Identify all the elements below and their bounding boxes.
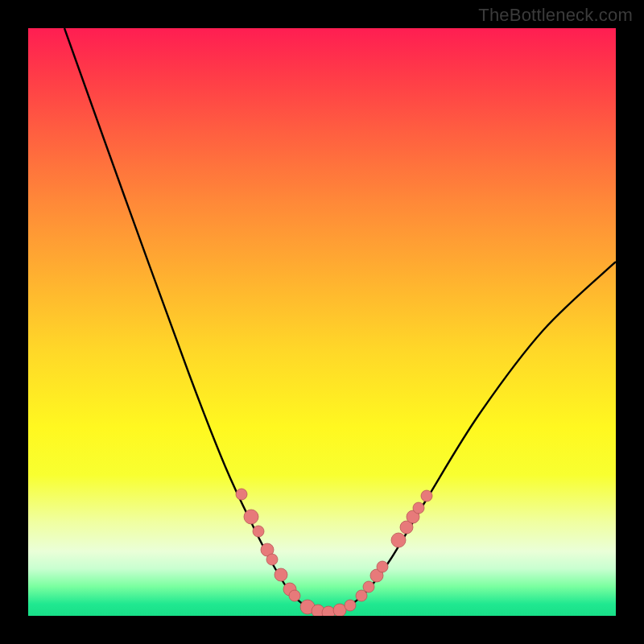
curve-dots bbox=[236, 489, 432, 616]
curve-dot bbox=[322, 606, 335, 616]
curve-dot bbox=[244, 510, 258, 524]
watermark-text: TheBottleneck.com bbox=[478, 5, 633, 26]
bottleneck-curve bbox=[28, 28, 616, 616]
curve-dot bbox=[253, 526, 264, 537]
outer-frame: TheBottleneck.com bbox=[0, 0, 644, 644]
curve-dot bbox=[266, 554, 278, 565]
curve-dot bbox=[421, 490, 432, 502]
curve-dot bbox=[363, 581, 374, 592]
curve-dot bbox=[413, 502, 424, 514]
curve-dot bbox=[377, 561, 388, 572]
curve-dot bbox=[289, 590, 300, 601]
plot-area bbox=[28, 28, 616, 616]
curve-dot bbox=[345, 600, 356, 611]
curve-dot bbox=[391, 533, 406, 547]
curve-path bbox=[64, 28, 616, 613]
curve-dot bbox=[236, 489, 247, 500]
curve-dot bbox=[333, 604, 346, 616]
curve-dot bbox=[275, 568, 287, 581]
